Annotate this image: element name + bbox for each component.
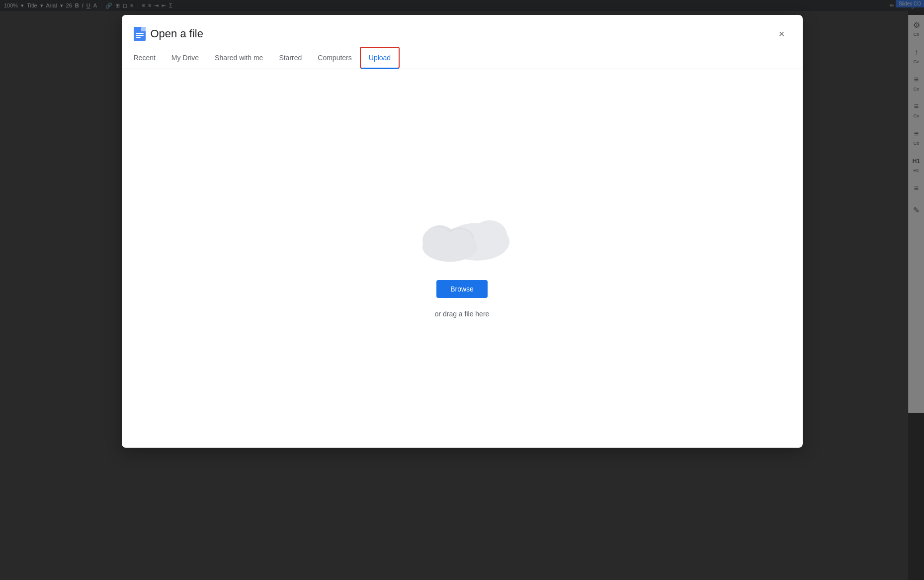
tab-recent[interactable]: Recent bbox=[126, 47, 164, 69]
dialog-title-area: Open a file bbox=[134, 27, 203, 41]
tab-my-drive[interactable]: My Drive bbox=[164, 47, 207, 69]
tabs-container: Recent My Drive Shared with me Starred C… bbox=[122, 47, 803, 69]
open-file-dialog: Open a file × Recent My Drive Shared wit… bbox=[122, 15, 803, 448]
dialog-content: Browse or drag a file here bbox=[122, 69, 803, 448]
drag-text: or drag a file here bbox=[435, 310, 490, 318]
close-button[interactable]: × bbox=[773, 25, 791, 43]
svg-rect-2 bbox=[136, 33, 144, 34]
svg-rect-4 bbox=[136, 37, 141, 38]
google-docs-icon bbox=[134, 27, 146, 41]
cloud-illustration bbox=[413, 199, 512, 264]
svg-rect-3 bbox=[136, 35, 144, 36]
cloud-svg bbox=[413, 199, 512, 264]
browse-button[interactable]: Browse bbox=[436, 280, 488, 298]
dialog-header: Open a file × bbox=[122, 15, 803, 43]
tab-starred[interactable]: Starred bbox=[271, 47, 310, 69]
svg-marker-1 bbox=[141, 27, 146, 31]
tab-upload[interactable]: Upload bbox=[360, 47, 400, 69]
dialog-title: Open a file bbox=[151, 27, 203, 40]
tab-shared-with-me[interactable]: Shared with me bbox=[207, 47, 271, 69]
svg-point-13 bbox=[447, 229, 472, 249]
tab-computers[interactable]: Computers bbox=[310, 47, 359, 69]
